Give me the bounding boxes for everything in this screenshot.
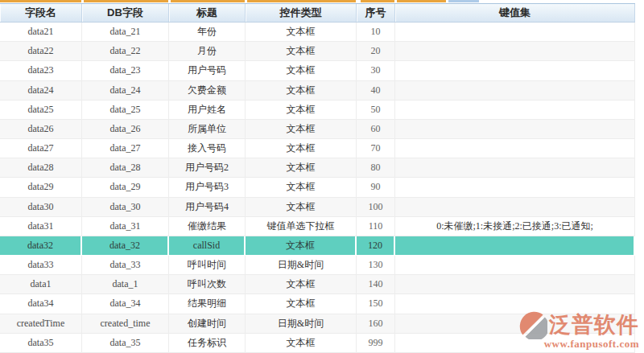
table-header-row: 字段名DB字段标题控件类型序号键值集 bbox=[0, 3, 635, 23]
cell-keyset bbox=[395, 236, 635, 256]
table-row[interactable]: data24data_24欠费金额文本框40 bbox=[0, 81, 635, 101]
table-row[interactable]: data22data_22月份文本框20 bbox=[0, 42, 635, 61]
table-row[interactable]: data27data_27接入号码文本框70 bbox=[0, 139, 635, 158]
accent-segment bbox=[397, 0, 446, 2]
cell-title: 呼叫时间 bbox=[169, 256, 246, 275]
cell-field: data27 bbox=[0, 139, 82, 158]
cell-control: 文本框 bbox=[246, 139, 357, 158]
cell-control: 文本框 bbox=[246, 294, 357, 314]
cell-keyset bbox=[395, 23, 635, 42]
cell-field: data32 bbox=[0, 236, 82, 256]
cell-field: data31 bbox=[0, 217, 82, 236]
table-row[interactable]: data23data_23用户号码文本框30 bbox=[0, 61, 635, 80]
table-row[interactable]: data25data_25用户姓名文本框50 bbox=[0, 101, 635, 120]
scroll-thumb-segment bbox=[448, 0, 479, 2]
column-header-field[interactable]: 字段名 bbox=[0, 4, 82, 22]
cell-control: 文本框 bbox=[246, 334, 357, 353]
cell-title: 月份 bbox=[169, 42, 246, 61]
cell-keyset bbox=[395, 81, 635, 101]
watermark: 泛普软件 www.fanpusoft.com bbox=[518, 310, 639, 351]
cell-field: data25 bbox=[0, 101, 82, 120]
table-row[interactable]: data29data_29用户号码3文本框90 bbox=[0, 178, 635, 197]
table-row[interactable]: data26data_26所属单位文本框60 bbox=[0, 120, 635, 139]
accent-segment bbox=[171, 0, 245, 2]
cell-keyset bbox=[395, 139, 635, 158]
cell-field: createdTime bbox=[0, 314, 82, 334]
column-header-db[interactable]: DB字段 bbox=[82, 4, 169, 22]
cell-db: created_time bbox=[82, 314, 169, 334]
cell-seq: 50 bbox=[357, 101, 395, 120]
cell-title: 用户号码3 bbox=[169, 178, 246, 197]
cell-control: 文本框 bbox=[246, 178, 357, 197]
cell-control: 文本框 bbox=[246, 236, 357, 256]
cell-keyset: 0:未催缴;1:未接通;2:已接通;3:已通知; bbox=[395, 217, 635, 236]
cell-control: 文本框 bbox=[246, 101, 357, 120]
cell-db: data_33 bbox=[82, 256, 169, 275]
cell-title: 结果明细 bbox=[169, 294, 246, 314]
cell-db: data_29 bbox=[82, 178, 169, 197]
cell-seq: 999 bbox=[357, 334, 395, 353]
cell-keyset bbox=[395, 178, 635, 197]
table-row[interactable]: data33data_33呼叫时间日期&时间130 bbox=[0, 256, 635, 275]
cell-field: data35 bbox=[0, 334, 82, 353]
cell-seq: 160 bbox=[357, 314, 395, 334]
accent-segment bbox=[0, 0, 81, 2]
cell-title: 呼叫次数 bbox=[169, 275, 246, 294]
field-definition-screen: 字段名DB字段标题控件类型序号键值集 data21data_21年份文本框10d… bbox=[0, 0, 644, 353]
column-header-control[interactable]: 控件类型 bbox=[246, 4, 357, 22]
cell-field: data33 bbox=[0, 256, 82, 275]
cell-title: callSid bbox=[169, 236, 246, 256]
table-row[interactable]: data1data_1呼叫次数文本框140 bbox=[0, 275, 635, 294]
table-row[interactable]: data21data_21年份文本框10 bbox=[0, 23, 635, 42]
cell-db: data_27 bbox=[82, 139, 169, 158]
cell-title: 年份 bbox=[169, 23, 246, 42]
column-header-keyset[interactable]: 键值集 bbox=[395, 4, 635, 22]
cell-field: data28 bbox=[0, 158, 82, 178]
cell-seq: 20 bbox=[357, 42, 395, 61]
cell-keyset bbox=[395, 42, 635, 61]
accent-segment bbox=[247, 0, 356, 2]
table-row[interactable]: data30data_30用户号码4文本框100 bbox=[0, 198, 635, 217]
table-row[interactable]: data31data_31催缴结果键值单选下拉框1100:未催缴;1:未接通;2… bbox=[0, 217, 635, 236]
cell-db: data_23 bbox=[82, 61, 169, 80]
cell-db: data_24 bbox=[82, 81, 169, 101]
cell-control: 文本框 bbox=[246, 120, 357, 139]
cell-db: data_26 bbox=[82, 120, 169, 139]
cell-field: data24 bbox=[0, 81, 82, 101]
cell-title: 用户号码4 bbox=[169, 198, 246, 217]
cell-seq: 80 bbox=[357, 158, 395, 178]
cell-control: 文本框 bbox=[246, 158, 357, 178]
cell-db: data_1 bbox=[82, 275, 169, 294]
table-row[interactable]: data28data_28用户号码2文本框80 bbox=[0, 158, 635, 178]
table-row-selected[interactable]: data32data_32callSid文本框120 bbox=[0, 236, 635, 256]
cell-seq: 60 bbox=[357, 120, 395, 139]
cell-db: data_34 bbox=[82, 294, 169, 314]
cell-seq: 10 bbox=[357, 23, 395, 42]
cell-control: 键值单选下拉框 bbox=[246, 217, 357, 236]
column-header-seq[interactable]: 序号 bbox=[357, 4, 395, 22]
cell-title: 欠费金额 bbox=[169, 81, 246, 101]
cell-control: 文本框 bbox=[246, 198, 357, 217]
cell-seq: 90 bbox=[357, 178, 395, 197]
column-header-title[interactable]: 标题 bbox=[169, 4, 246, 22]
cell-field: data34 bbox=[0, 294, 82, 314]
cell-control: 日期&时间 bbox=[246, 256, 357, 275]
cell-field: data21 bbox=[0, 23, 82, 42]
fanpu-logo-icon bbox=[518, 310, 547, 339]
cell-db: data_25 bbox=[82, 101, 169, 120]
cell-keyset bbox=[395, 101, 635, 120]
cell-title: 创建时间 bbox=[169, 314, 246, 334]
cell-title: 用户号码 bbox=[169, 61, 246, 80]
cell-title: 用户号码2 bbox=[169, 158, 246, 178]
cell-keyset bbox=[395, 275, 635, 294]
cell-seq: 70 bbox=[357, 139, 395, 158]
cell-control: 文本框 bbox=[246, 42, 357, 61]
cell-field: data29 bbox=[0, 178, 82, 197]
table-body: data21data_21年份文本框10data22data_22月份文本框20… bbox=[0, 23, 635, 353]
cell-db: data_30 bbox=[82, 198, 169, 217]
cell-control: 文本框 bbox=[246, 23, 357, 42]
watermark-brand: 泛普软件 bbox=[549, 314, 639, 336]
cell-title: 任务标识 bbox=[169, 334, 246, 353]
cell-db: data_35 bbox=[82, 334, 169, 353]
cell-seq: 100 bbox=[357, 198, 395, 217]
